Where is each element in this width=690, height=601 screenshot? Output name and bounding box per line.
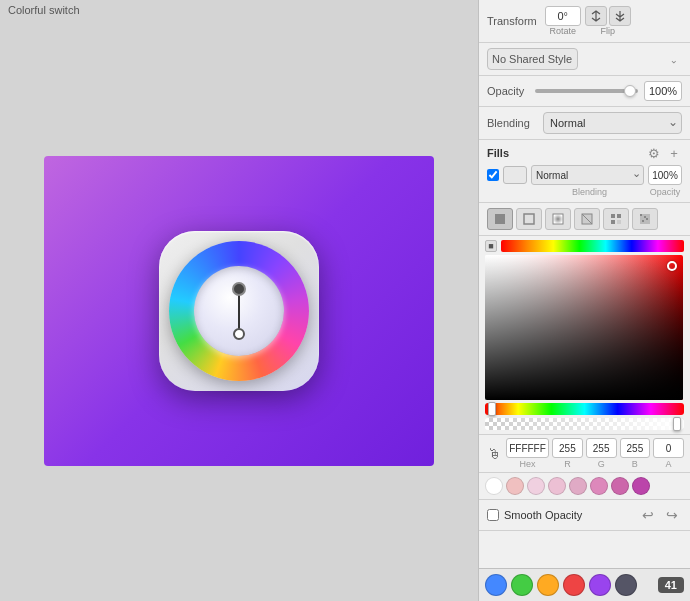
fills-blending-select[interactable]: Normal (531, 165, 644, 185)
fills-color-swatch[interactable] (503, 166, 527, 184)
fills-gear-icon[interactable]: ⚙ (646, 145, 662, 161)
transform-label: Transform (487, 15, 537, 27)
opacity-row: Opacity (479, 76, 690, 107)
fills-opacity-sub-label: Opacity (648, 187, 682, 197)
hex-input[interactable] (506, 438, 549, 458)
b-label: B (632, 459, 638, 469)
flip-horizontal-button[interactable] (585, 6, 607, 26)
color-picker-section: ■ (479, 236, 690, 435)
smooth-opacity-label: Smooth Opacity (504, 509, 633, 521)
blending-select-wrapper: Normal (543, 112, 682, 134)
svg-rect-5 (611, 214, 615, 218)
swatch-rose[interactable] (590, 477, 608, 495)
fills-section: Fills ⚙ + Normal Blending Opacity (479, 140, 690, 203)
swatch-pink-light[interactable] (506, 477, 524, 495)
r-value-group: R (552, 438, 583, 469)
blending-select[interactable]: Normal (543, 112, 682, 134)
bottom-swatch-red[interactable] (563, 574, 585, 596)
color-canvas[interactable] (485, 255, 683, 400)
b-input[interactable] (620, 438, 651, 458)
fill-type-radial-button[interactable] (545, 208, 571, 230)
alpha-bar-thumb (673, 417, 681, 431)
r-input[interactable] (552, 438, 583, 458)
swatch-mauve[interactable] (569, 477, 587, 495)
fill-type-solid-button[interactable] (487, 208, 513, 230)
fills-icons: ⚙ + (646, 145, 682, 161)
fills-add-icon[interactable]: + (666, 145, 682, 161)
redo-button[interactable]: ↪ (662, 505, 682, 525)
fills-blending-wrapper: Normal (531, 165, 644, 185)
hex-value-group: Hex (506, 438, 549, 469)
svg-rect-11 (644, 216, 646, 218)
bottom-swatch-orange[interactable] (537, 574, 559, 596)
fills-header: Fills ⚙ + (487, 145, 682, 161)
blending-label: Blending (487, 117, 537, 129)
rotate-input[interactable] (545, 6, 581, 26)
color-canvas-cursor (667, 261, 677, 271)
svg-rect-6 (617, 214, 621, 218)
opacity-input[interactable] (644, 81, 682, 101)
swatch-magenta[interactable] (632, 477, 650, 495)
hue-spectrum-bar[interactable] (501, 240, 684, 252)
swatch-pink[interactable] (527, 477, 545, 495)
opacity-slider[interactable] (535, 89, 638, 93)
g-input[interactable] (586, 438, 617, 458)
a-input[interactable] (653, 438, 684, 458)
smooth-opacity-checkbox[interactable] (487, 509, 499, 521)
rotate-col: Rotate (545, 6, 581, 36)
fills-opacity-input[interactable] (648, 165, 682, 185)
hex-label: Hex (520, 459, 536, 469)
icon-needle (238, 286, 240, 336)
svg-rect-10 (640, 214, 642, 216)
blending-row: Blending Normal (479, 107, 690, 140)
bottom-swatch-green[interactable] (511, 574, 533, 596)
page-number: 41 (658, 577, 684, 593)
artboard[interactable] (44, 156, 434, 466)
eyedropper-button[interactable]: 🖰 (485, 444, 503, 464)
fills-blending-sub-label: Blending (531, 187, 648, 197)
fills-title: Fills (487, 147, 509, 159)
smooth-opacity-row: Smooth Opacity ↩ ↪ (479, 500, 690, 531)
shared-style-wrapper: No Shared Style (487, 48, 682, 70)
rotate-label: Rotate (549, 26, 576, 36)
alpha-bar-overlay (485, 418, 684, 430)
alpha-bar[interactable] (485, 418, 684, 430)
fills-row: Normal (487, 165, 682, 185)
left-panel: Colorful switch (0, 0, 478, 601)
bottom-swatch-blue[interactable] (485, 574, 507, 596)
fill-type-noise-button[interactable] (632, 208, 658, 230)
fill-type-angular-button[interactable] (574, 208, 600, 230)
undo-redo-group: ↩ ↪ (638, 505, 682, 525)
undo-button[interactable]: ↩ (638, 505, 658, 525)
fill-type-pattern-button[interactable] (603, 208, 629, 230)
swatch-white[interactable] (485, 477, 503, 495)
swatch-deep-pink[interactable] (611, 477, 629, 495)
flip-vertical-button[interactable] (609, 6, 631, 26)
a-value-group: A (653, 438, 684, 469)
canvas-title: Colorful switch (0, 0, 478, 20)
fills-sub-row: Blending Opacity (487, 187, 682, 197)
opacity-slider-thumb (624, 85, 636, 97)
fill-type-linear-button[interactable] (516, 208, 542, 230)
svg-rect-12 (642, 220, 644, 222)
hue-bar-thumb (488, 402, 496, 416)
fills-checkbox[interactable] (487, 169, 499, 181)
shared-style-select[interactable]: No Shared Style (487, 48, 578, 70)
canvas-area (0, 20, 478, 601)
bottom-swatch-dark[interactable] (615, 574, 637, 596)
flip-label: Flip (600, 26, 615, 36)
icon-ring-outer (169, 241, 309, 381)
swatch-pink-2[interactable] (548, 477, 566, 495)
svg-rect-13 (646, 218, 648, 220)
hue-bar[interactable] (485, 403, 684, 415)
bottom-bar: 41 (479, 568, 690, 601)
color-values-row: 🖰 Hex R G B A (479, 435, 690, 473)
a-label: A (666, 459, 672, 469)
opacity-label: Opacity (487, 85, 529, 97)
color-preview-toggle[interactable]: ■ (485, 240, 497, 252)
bottom-swatch-purple[interactable] (589, 574, 611, 596)
color-swatches-row (479, 473, 690, 500)
fill-type-row (479, 203, 690, 236)
transform-row: Transform Rotate Flip (479, 0, 690, 43)
g-value-group: G (586, 438, 617, 469)
